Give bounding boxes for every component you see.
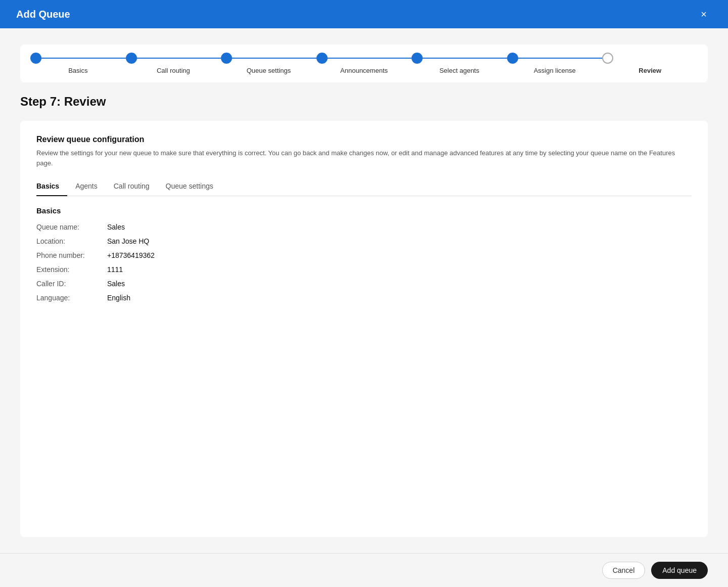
step-basics-line — [41, 58, 126, 59]
field-phone-number-value: +18736419362 — [107, 251, 155, 259]
step-basics: Basics — [30, 53, 126, 74]
field-queue-name: Queue name: Sales — [36, 223, 692, 231]
step-call-routing-line — [137, 58, 221, 59]
step-assign-license-label: Assign license — [534, 67, 576, 74]
section-title: Basics — [36, 206, 692, 215]
step-announcements-line — [328, 58, 412, 59]
tab-queue-settings[interactable]: Queue settings — [166, 178, 221, 196]
step-select-agents-line — [423, 58, 507, 59]
step-announcements-label: Announcements — [340, 67, 388, 74]
tab-call-routing[interactable]: Call routing — [114, 178, 158, 196]
step-select-agents-label: Select agents — [439, 67, 479, 74]
field-language: Language: English — [36, 294, 692, 302]
step-queue-settings: Queue settings — [221, 53, 316, 74]
field-queue-name-label: Queue name: — [36, 223, 107, 231]
step-review-label: Review — [639, 67, 661, 74]
step-call-routing: Call routing — [126, 53, 221, 74]
field-language-value: English — [107, 294, 130, 302]
review-card: Review queue configuration Review the se… — [20, 121, 708, 537]
field-phone-number-label: Phone number: — [36, 251, 107, 259]
step-assign-license-dot — [507, 53, 518, 64]
step-queue-settings-label: Queue settings — [247, 67, 291, 74]
step-call-routing-dot — [126, 53, 137, 64]
field-extension: Extension: 1111 — [36, 265, 692, 274]
step-basics-label: Basics — [68, 67, 87, 74]
card-description: Review the settings for your new queue t… — [36, 148, 692, 168]
field-extension-value: 1111 — [107, 265, 123, 274]
step-assign-license-top — [507, 53, 603, 64]
step-select-agents-dot — [412, 53, 423, 64]
field-location: Location: San Jose HQ — [36, 237, 692, 245]
step-basics-top — [30, 53, 126, 64]
step-announcements-dot — [316, 53, 328, 64]
step-announcements-top — [316, 53, 412, 64]
field-location-label: Location: — [36, 237, 107, 245]
step-queue-settings-line — [232, 58, 316, 59]
step-assign-license: Assign license — [507, 53, 603, 74]
step-basics-dot — [30, 53, 41, 64]
step-call-routing-top — [126, 53, 221, 64]
step-queue-settings-dot — [221, 53, 232, 64]
step-call-routing-label: Call routing — [157, 67, 190, 74]
step-review-top — [602, 53, 698, 64]
stepper-inner: Basics Call routing Queue settings — [20, 53, 708, 74]
field-extension-label: Extension: — [36, 265, 107, 274]
tab-basics[interactable]: Basics — [36, 178, 67, 196]
tab-agents[interactable]: Agents — [75, 178, 106, 196]
field-caller-id-value: Sales — [107, 280, 125, 288]
step-review-dot — [602, 53, 613, 64]
field-caller-id-label: Caller ID: — [36, 280, 107, 288]
stepper: Basics Call routing Queue settings — [20, 44, 708, 82]
close-button[interactable]: × — [696, 6, 712, 22]
dialog-title: Add Queue — [16, 9, 70, 20]
field-queue-name-value: Sales — [107, 223, 125, 231]
step-select-agents-top — [412, 53, 507, 64]
step-announcements: Announcements — [316, 53, 412, 74]
step-queue-settings-top — [221, 53, 316, 64]
step-review: Review — [602, 53, 698, 74]
field-phone-number: Phone number: +18736419362 — [36, 251, 692, 259]
step-title: Step 7: Review — [20, 95, 708, 109]
dialog-header: Add Queue × — [0, 0, 728, 28]
add-queue-button[interactable]: Add queue — [651, 562, 708, 579]
footer: Cancel Add queue — [0, 553, 728, 587]
field-location-value: San Jose HQ — [107, 237, 149, 245]
main-content: Basics Call routing Queue settings — [0, 28, 728, 553]
field-language-label: Language: — [36, 294, 107, 302]
field-caller-id: Caller ID: Sales — [36, 280, 692, 288]
card-title: Review queue configuration — [36, 135, 692, 144]
step-select-agents: Select agents — [412, 53, 507, 74]
tab-bar: Basics Agents Call routing Queue setting… — [36, 178, 692, 196]
cancel-button[interactable]: Cancel — [602, 562, 646, 579]
step-assign-license-line — [518, 58, 603, 59]
